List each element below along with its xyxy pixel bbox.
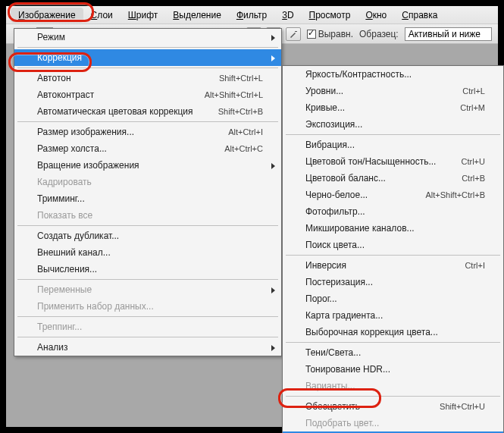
menu-item-shortcut: Shift+Ctrl+B (218, 107, 263, 116)
menu-item[interactable]: Яркость/Контрастность... (283, 66, 503, 83)
menu-item-label: Размер холста... (37, 143, 107, 154)
menu-separator (286, 255, 500, 256)
menu-item-label: Подобрать цвет... (305, 418, 379, 428)
menu-item[interactable]: Фотофильтр... (283, 203, 503, 220)
menu-item[interactable]: Карта градиента... (283, 307, 503, 324)
menu-item[interactable]: Тонирование HDR... (283, 361, 503, 378)
menu-separator (17, 225, 278, 226)
menu-item: Применить набор данных... (14, 298, 281, 315)
menu-separator (17, 67, 278, 68)
menubar-item[interactable]: 3D (274, 8, 301, 23)
menu-separator (286, 342, 500, 343)
menu-item[interactable]: АвтотонShift+Ctrl+L (14, 70, 281, 86)
menu-item-shortcut: Ctrl+U (462, 157, 485, 166)
menu-item[interactable]: Микширование каналов... (283, 220, 503, 237)
menu-item-label: Уровни... (305, 86, 343, 96)
menu-item-label: Постеризация... (305, 277, 373, 287)
menu-item-label: Коррекция (37, 52, 82, 63)
menu-item[interactable]: Внешний канал... (14, 244, 281, 261)
menu-item-label: Кадрировать (37, 177, 92, 187)
menu-item-label: Порог... (305, 293, 337, 304)
menu-item: Показать все (14, 207, 281, 224)
menu-item-label: Обесцветить (305, 401, 360, 412)
menu-item[interactable]: Экспозиция... (283, 116, 503, 133)
menu-item[interactable]: Режим (14, 29, 281, 45)
menu-item[interactable]: Вычисления... (14, 261, 281, 278)
submenu-arrow-icon (271, 55, 275, 61)
menu-item[interactable]: Цветовой тон/Насыщенность...Ctrl+U (283, 153, 503, 170)
menubar-item[interactable]: Шрифт (121, 8, 165, 23)
menu-item[interactable]: Автоматическая цветовая коррекцияShift+C… (14, 103, 281, 120)
menu-item-shortcut: Ctrl+M (460, 103, 485, 112)
submenu-arrow-icon (271, 287, 275, 293)
menubar-item[interactable]: Просмотр (302, 8, 358, 23)
sample-dropdown[interactable]: Активный и ниже (405, 27, 492, 41)
menu-item-label: Микширование каналов... (305, 223, 415, 234)
menu-item-label: Яркость/Контрастность... (305, 69, 412, 80)
sample-value: Активный и ниже (409, 29, 481, 39)
menu-item-label: Внешний канал... (37, 247, 111, 258)
menu-separator (286, 396, 500, 397)
menu-item-label: Экспозиция... (305, 119, 362, 130)
sample-label: Образец: (359, 29, 399, 39)
menu-item-label: Автотон (37, 73, 71, 83)
menubar-item[interactable]: Окно (358, 8, 394, 23)
menu-item-label: Вращение изображения (37, 160, 139, 171)
menu-item-shortcut: Ctrl+B (462, 174, 485, 183)
menubar-item[interactable]: Фильтр (229, 8, 274, 23)
menu-item-label: Фотофильтр... (305, 206, 365, 217)
menu-item-shortcut: Alt+Ctrl+I (228, 127, 263, 136)
menu-item[interactable]: ОбесцветитьShift+Ctrl+U (283, 398, 503, 415)
adjustments-submenu: Яркость/Контрастность...Уровни...Ctrl+LК… (282, 65, 504, 433)
menu-item-label: Автоконтраст (37, 89, 94, 100)
menu-item[interactable]: Выборочная коррекция цвета... (283, 324, 503, 340)
align-label: Выравн. (318, 29, 353, 39)
menubar-item[interactable]: Слои (83, 8, 121, 23)
menu-item-label: Переменные (37, 284, 92, 295)
menu-separator (17, 337, 278, 337)
menu-separator (17, 279, 278, 280)
eyedropper-minus-icon[interactable] (286, 27, 301, 41)
menubar: ИзображениеСлоиШрифтВыделениеФильтр3DПро… (6, 6, 498, 24)
menu-item: Подобрать цвет... (283, 415, 503, 431)
menu-item-shortcut: Ctrl+L (462, 86, 485, 96)
menubar-item[interactable]: Справка (394, 8, 445, 23)
menu-item[interactable]: Порог... (283, 290, 503, 307)
menubar-item[interactable]: Выделение (165, 8, 229, 23)
menu-item[interactable]: Поиск цвета... (283, 237, 503, 253)
menu-item[interactable]: АвтоконтрастAlt+Shift+Ctrl+L (14, 86, 281, 103)
menu-item[interactable]: Создать дубликат... (14, 227, 281, 244)
menu-item[interactable]: Черно-белое...Alt+Shift+Ctrl+B (283, 187, 503, 203)
menubar-item[interactable]: Изображение (11, 8, 83, 23)
menu-item[interactable]: Размер холста...Alt+Ctrl+C (14, 140, 281, 157)
menu-item[interactable]: Кривые...Ctrl+M (283, 99, 503, 116)
menu-item[interactable]: Тримминг... (14, 190, 281, 207)
menu-item-label: Размер изображения... (37, 127, 134, 137)
menu-separator (17, 47, 278, 48)
menu-item: Кадрировать (14, 174, 281, 190)
menu-item-label: Анализ (37, 342, 68, 353)
menu-item[interactable]: Анализ (14, 339, 281, 356)
menu-item-label: Треппинг... (37, 322, 82, 332)
menu-item[interactable]: Коррекция (14, 49, 281, 66)
menu-item-shortcut: Alt+Shift+Ctrl+L (205, 90, 263, 99)
menu-item[interactable]: Вибрация... (283, 136, 503, 153)
menu-item-label: Создать дубликат... (37, 231, 119, 241)
align-checkbox[interactable] (307, 30, 316, 39)
menu-item-shortcut: Shift+Ctrl+U (440, 402, 485, 411)
app-window: ИзображениеСлоиШрифтВыделениеФильтр3DПро… (6, 6, 498, 427)
menu-item[interactable]: Уровни...Ctrl+L (283, 83, 503, 99)
submenu-arrow-icon (271, 163, 275, 169)
menu-item-label: Автоматическая цветовая коррекция (37, 106, 193, 117)
menu-item[interactable]: Вращение изображения (14, 157, 281, 174)
menu-item: Переменные (14, 281, 281, 298)
menu-item[interactable]: Размер изображения...Alt+Ctrl+I (14, 124, 281, 140)
menu-item[interactable]: Тени/Света... (283, 344, 503, 361)
menu-item-shortcut: Shift+Ctrl+L (219, 74, 263, 83)
menu-item[interactable]: Цветовой баланс...Ctrl+B (283, 170, 503, 187)
menu-item-label: Тримминг... (37, 193, 85, 204)
menu-item[interactable]: ИнверсияCtrl+I (283, 257, 503, 274)
menu-item-label: Инверсия (305, 260, 346, 271)
menu-item-label: Поиск цвета... (305, 240, 365, 250)
menu-item[interactable]: Постеризация... (283, 274, 503, 290)
